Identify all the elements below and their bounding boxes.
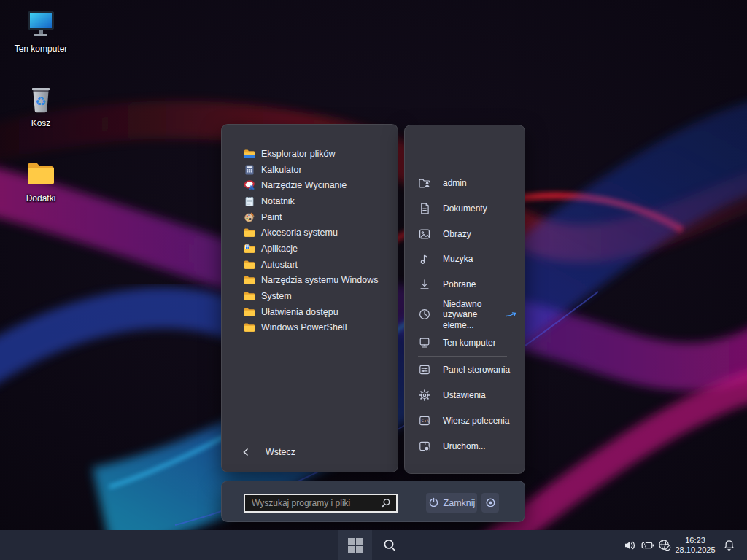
menu-item-label: Ułatwienia dostępu (261, 307, 338, 317)
notifications-button[interactable] (721, 530, 737, 560)
place-item-label: Obrazy (443, 229, 471, 239)
folder-icon (244, 259, 255, 271)
desktop-icon-dodatki[interactable]: Dodatki (7, 157, 74, 203)
place-item-obrazy[interactable]: Obrazy (405, 221, 525, 246)
text-caret (249, 497, 249, 509)
desktop-icon-label: Kosz (7, 118, 74, 128)
network-button[interactable] (657, 530, 672, 560)
user-folder-icon (418, 176, 431, 190)
place-item-label: Uruchom... (443, 441, 486, 451)
place-item-label: Ustawienia (443, 390, 486, 400)
back-button[interactable]: Wstecz (222, 443, 398, 462)
start-menu-programs-panel: Eksplorator plików Kalkulator (221, 124, 398, 472)
clock-icon (418, 308, 431, 321)
desktop-icon-label: Ten komputer (7, 44, 74, 54)
start-menu-places-panel: admin Dokumenty Obrazy (404, 125, 525, 474)
taskbar: 16:23 28.10.2025 (0, 530, 747, 560)
speaker-icon (624, 540, 637, 551)
menu-item-narzedzia-systemu-windows[interactable]: Narzędzia systemu Windows (222, 273, 398, 289)
folder-icon (244, 322, 255, 333)
menu-item-label: Notatnik (261, 196, 295, 206)
calculator-icon (244, 164, 255, 176)
folder-icon (7, 157, 74, 190)
place-item-ustawienia[interactable]: Ustawienia (405, 383, 525, 408)
taskbar-clock[interactable]: 16:23 28.10.2025 (673, 530, 717, 560)
place-item-pobrane[interactable]: Pobrane (405, 272, 525, 298)
place-item-admin[interactable]: admin (405, 171, 525, 196)
folder-icon (244, 227, 255, 238)
download-icon (418, 278, 431, 291)
menu-item-eksplorator-plikow[interactable]: Eksplorator plików (222, 146, 398, 162)
shutdown-button[interactable]: Zamknij (426, 493, 477, 513)
folder-icon (244, 306, 255, 318)
menu-item-paint[interactable]: Paint (222, 209, 398, 225)
menu-item-system[interactable]: System (222, 288, 398, 304)
place-item-label: Wiersz polecenia (443, 416, 509, 426)
menu-item-label: Narzędzie Wycinanie (261, 180, 347, 190)
places-list: admin Dokumenty Obrazy (405, 125, 525, 473)
snipping-tool-icon (244, 179, 255, 191)
start-menu-search-panel: Zamknij (221, 481, 525, 522)
menu-item-label: Eksplorator plików (261, 149, 335, 159)
windows-logo-icon (348, 538, 363, 553)
menu-item-akcesoria-systemu[interactable]: Akcesoria systemu (222, 225, 398, 241)
menu-item-label: Paint (261, 212, 282, 222)
place-item-uruchom[interactable]: Uruchom... (405, 433, 525, 459)
search-icon (382, 538, 397, 553)
place-item-label: Niedawno używane eleme... (443, 299, 510, 331)
folder-apps-icon (244, 243, 255, 254)
bell-icon (723, 539, 735, 552)
clock-date: 28.10.2025 (675, 545, 715, 555)
desktop-icon-kosz[interactable]: ♻ Kosz (7, 82, 74, 128)
place-item-label: Ten komputer (443, 338, 496, 348)
place-item-ten-komputer[interactable]: Ten komputer (405, 330, 525, 355)
gear-icon (418, 389, 431, 402)
menu-item-aplikacje[interactable]: Aplikacje (222, 241, 398, 257)
place-item-label: Muzyka (443, 254, 473, 264)
program-list: Eksplorator plików Kalkulator (222, 125, 398, 472)
menu-item-kalkulator[interactable]: Kalkulator (222, 162, 398, 178)
place-item-label: admin (443, 178, 467, 188)
battery-button[interactable] (640, 530, 656, 560)
menu-item-label: Autostart (261, 260, 298, 270)
place-item-label: Panel sterowania (443, 365, 510, 375)
start-button[interactable] (338, 530, 372, 560)
chevron-left-icon (242, 448, 249, 456)
taskbar-search-button[interactable] (379, 530, 400, 560)
menu-item-label: Aplikacje (261, 244, 298, 254)
menu-item-label: Kalkulator (261, 165, 302, 175)
place-item-panel-sterowania[interactable]: Panel sterowania (405, 357, 525, 383)
place-item-niedawno-uzywane[interactable]: Niedawno używane eleme... (405, 299, 525, 330)
desktop-icon-ten-komputer[interactable]: Ten komputer (7, 7, 74, 54)
menu-item-notatnik[interactable]: Notatnik (222, 193, 398, 209)
place-item-dokumenty[interactable]: Dokumenty (405, 196, 525, 222)
menu-item-label: System (261, 291, 292, 301)
menu-item-ulatwienia-dostepu[interactable]: Ułatwienia dostępu (222, 304, 398, 320)
file-explorer-icon (244, 148, 255, 160)
desktop-icon-label: Dodatki (7, 193, 74, 203)
search-input[interactable] (245, 495, 396, 511)
svg-text:♻: ♻ (35, 94, 46, 109)
folder-icon (244, 274, 255, 286)
menu-item-label: Akcesoria systemu (261, 228, 338, 238)
control-panel-icon (418, 363, 431, 376)
shutdown-label: Zamknij (444, 498, 476, 508)
clock-time: 16:23 (685, 536, 705, 545)
menu-item-narzedzie-wycinanie[interactable]: Narzędzie Wycinanie (222, 177, 398, 193)
power-options-button[interactable] (481, 493, 499, 513)
menu-item-label: Windows PowerShell (261, 322, 347, 332)
circle-dot-icon (485, 497, 496, 508)
globe-no-internet-icon (658, 539, 671, 551)
place-item-wiersz-polecenia[interactable]: C:\ Wiersz polecenia (405, 408, 525, 434)
recycle-bin-icon: ♻ (7, 82, 74, 115)
search-icon (380, 498, 391, 512)
menu-item-windows-powershell[interactable]: Windows PowerShell (222, 320, 398, 336)
run-icon (418, 440, 431, 453)
document-icon (418, 202, 431, 215)
monitor-icon (418, 336, 431, 349)
menu-item-autostart[interactable]: Autostart (222, 257, 398, 273)
volume-button[interactable] (623, 530, 638, 560)
place-item-muzyka[interactable]: Muzyka (405, 246, 525, 272)
image-icon (418, 228, 431, 241)
command-prompt-icon: C:\ (418, 414, 431, 427)
